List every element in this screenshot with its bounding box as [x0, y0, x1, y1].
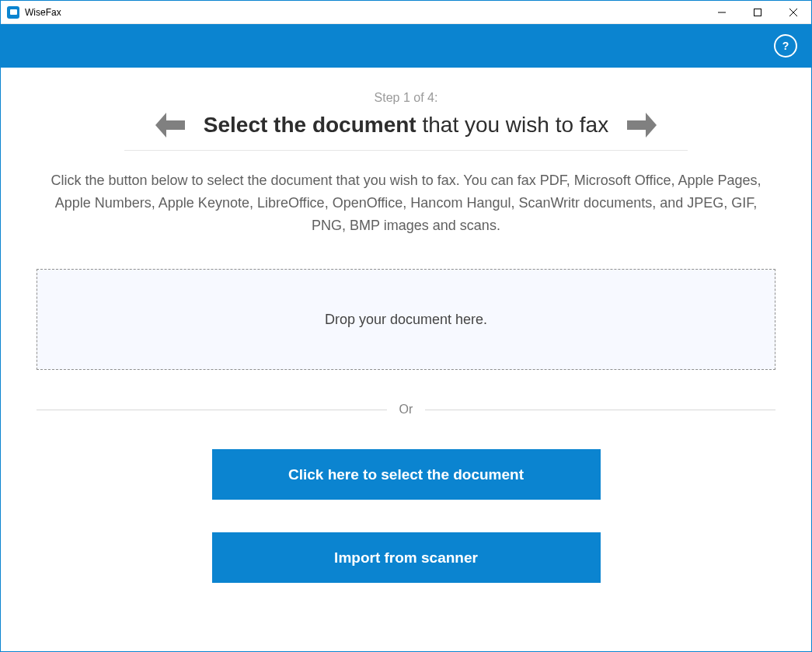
app-header: ? [1, 24, 811, 68]
heading-rest: that you wish to fax [416, 113, 608, 137]
or-line-left [37, 410, 387, 410]
main-content: Step 1 of 4: Select the document that yo… [1, 68, 811, 651]
help-icon: ? [782, 40, 789, 52]
dropzone[interactable]: Drop your document here. [37, 269, 775, 370]
titlebar: WiseFax [1, 1, 811, 24]
minimize-icon [718, 9, 726, 16]
heading-row: Select the document that you wish to fax [37, 111, 775, 139]
or-line-right [425, 410, 775, 410]
arrow-right-icon [627, 111, 658, 139]
titlebar-controls [704, 1, 811, 23]
prev-step-button[interactable] [154, 111, 185, 139]
import-scanner-button[interactable]: Import from scanner [212, 532, 601, 583]
next-step-button[interactable] [627, 111, 658, 139]
maximize-icon [754, 9, 761, 16]
titlebar-left: WiseFax [7, 6, 61, 19]
import-scanner-label: Import from scanner [334, 549, 478, 567]
description-text: Click the button below to select the doc… [37, 169, 775, 236]
or-text: Or [399, 403, 413, 417]
page-heading: Select the document that you wish to fax [204, 113, 608, 138]
close-icon [789, 9, 797, 16]
app-window: WiseFax ? Step 1 of 4: [0, 0, 812, 652]
dropzone-label: Drop your document here. [325, 312, 487, 328]
heading-divider [124, 150, 688, 151]
heading-bold: Select the document [204, 113, 416, 137]
window-title: WiseFax [25, 7, 61, 18]
arrow-left-icon [154, 111, 185, 139]
select-document-label: Click here to select the document [288, 466, 524, 483]
or-divider: Or [37, 403, 775, 417]
select-document-button[interactable]: Click here to select the document [212, 449, 601, 500]
maximize-button[interactable] [740, 1, 775, 23]
app-icon [7, 6, 19, 19]
help-button[interactable]: ? [774, 34, 797, 58]
step-label: Step 1 of 4: [375, 91, 438, 105]
svg-rect-1 [754, 9, 761, 16]
minimize-button[interactable] [704, 1, 740, 23]
close-button[interactable] [775, 1, 811, 23]
